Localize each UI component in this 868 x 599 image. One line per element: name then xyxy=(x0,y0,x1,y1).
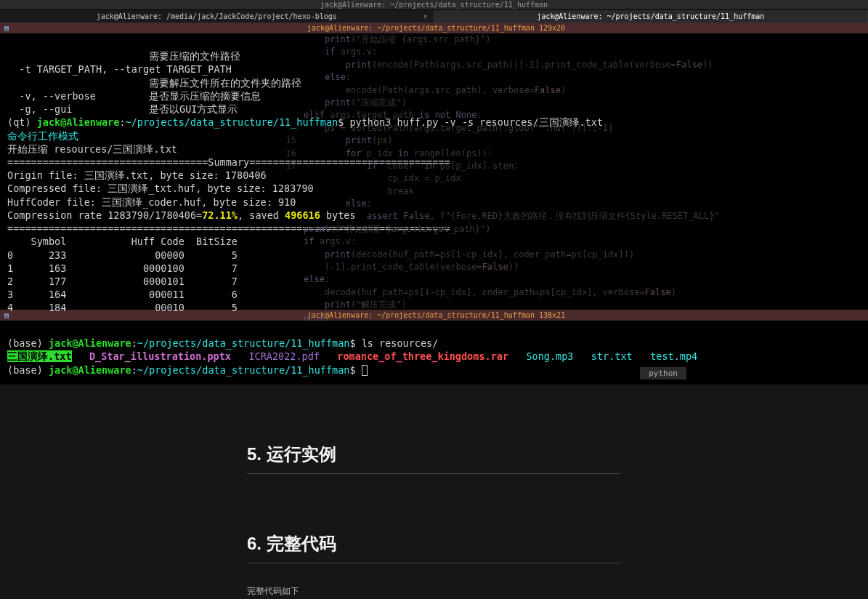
ls-file-7: test.mp4 xyxy=(650,350,697,362)
prompt-cmd: python3 huff.py -v -s resources/三国演绎.txt xyxy=(349,116,603,128)
output-origin: Origin file: 三国演绎.txt, byte size: 178040… xyxy=(7,169,267,181)
prompt-path: ~/projects/data_structure/11_huffman xyxy=(126,116,338,128)
tab-bar: jack@Alienware: /media/jack/JackCode/pro… xyxy=(0,10,868,23)
heading-5: 5. 运行实例 xyxy=(247,443,621,466)
output-rate-pre: Compression rate 1283790/1780406= xyxy=(7,209,202,221)
tab-1-close-icon[interactable]: × xyxy=(423,12,427,20)
help-line-5: -g, --gui 是否以GUI方式显示 xyxy=(7,103,238,115)
output-sep2: ========================================… xyxy=(7,222,450,234)
table-header: Symbol Huff Code BitSize xyxy=(7,236,238,247)
pane-label-top: ▤ jack@Alienware: ~/projects/data_struct… xyxy=(0,23,868,33)
tab-1[interactable]: jack@Alienware: /media/jack/JackCode/pro… xyxy=(0,10,434,23)
bprompt1-dollar: $ xyxy=(349,337,361,349)
ls-file-5: Song.mp3 xyxy=(526,350,573,362)
pane-split-icon: ▤ xyxy=(4,24,9,32)
bprompt1-env: (base) xyxy=(7,337,49,349)
hr-2 xyxy=(247,563,621,563)
heading-6: 6. 完整代码 xyxy=(247,532,621,555)
output-compressed: Compressed file: 三国演绎_txt.huf, byte size… xyxy=(7,182,314,194)
output-rate-suf: bytes xyxy=(320,209,356,221)
browser-content[interactable]: 5. 运行实例 6. 完整代码 完整代码如下 1import sys2impor… xyxy=(0,385,868,599)
output-mode: 命令行工作模式 xyxy=(7,130,78,142)
prompt-sep: : xyxy=(119,116,125,128)
ls-file-6: str.txt xyxy=(591,350,633,362)
output-huffcoder: HuffCoder file: 三国演绎_coder.huf, byte siz… xyxy=(7,196,296,208)
prompt-dollar: $ xyxy=(338,116,349,128)
prompt-env: (qt) xyxy=(7,116,37,128)
language-badge: python xyxy=(640,367,686,379)
ls-file-4: romance_of_three_kingdoms.rar xyxy=(337,350,508,362)
bprompt2-user: jack@Alienware xyxy=(49,364,131,376)
ls-file-1: 三国演绎.txt xyxy=(7,350,72,362)
output-sep1: ==================================Summar… xyxy=(7,156,450,168)
table-row-2: 2 177 0000101 7 xyxy=(7,276,238,287)
help-line-1: 需要压缩的文件路径 xyxy=(7,50,240,62)
ls-file-3: ICRA2022.pdf xyxy=(248,350,320,362)
prompt-user: jack@Alienware xyxy=(37,116,120,128)
cursor xyxy=(362,365,368,376)
table-row-3: 3 164 000011 6 xyxy=(7,289,238,300)
tab-2-label: jack@Alienware: ~/projects/data_structur… xyxy=(537,12,764,20)
bprompt2-dollar: $ xyxy=(349,364,361,376)
ls-file-2: D_Star_illustration.pptx xyxy=(89,350,231,362)
output-rate-mid: , saved xyxy=(238,209,285,221)
terminal-top[interactable]: 需要压缩的文件路径 -t TARGET_PATH, --target TARGE… xyxy=(0,33,868,310)
subtitle: 完整代码如下 xyxy=(247,585,621,598)
help-line-2: -t TARGET_PATH, --target TARGET_PATH xyxy=(7,63,232,75)
output-rate-saved: 496616 xyxy=(285,209,320,221)
terminal-bottom[interactable]: (base) jack@Alienware:~/projects/data_st… xyxy=(0,321,868,385)
tab-1-label: jack@Alienware: /media/jack/JackCode/pro… xyxy=(97,12,337,20)
help-line-4: -v, --verbose 是否显示压缩的摘要信息 xyxy=(7,90,261,102)
window-title: jack@Alienware: ~/projects/data_structur… xyxy=(0,0,868,10)
tab-2[interactable]: jack@Alienware: ~/projects/data_structur… xyxy=(434,10,869,23)
output-compress-start: 开始压缩 resources/三国演绎.txt xyxy=(7,143,177,155)
bprompt1-path: ~/projects/data_structure/11_huffman xyxy=(137,337,350,349)
bprompt1-cmd: ls resources/ xyxy=(362,337,439,349)
bprompt2-sep: : xyxy=(131,364,137,376)
output-rate-pct: 72.11% xyxy=(202,209,238,221)
bprompt2-path: ~/projects/data_structure/11_huffman xyxy=(137,364,350,376)
bprompt1-sep: : xyxy=(131,337,137,349)
bprompt1-user: jack@Alienware xyxy=(49,337,131,349)
table-row-0: 0 233 00000 5 xyxy=(7,249,238,261)
hr-1 xyxy=(247,473,621,474)
bprompt2-env: (base) xyxy=(7,364,49,376)
help-line-3: 需要解压文件所在的文件夹的路径 xyxy=(7,77,301,89)
table-row-4: 4 184 00010 5 xyxy=(7,302,238,313)
table-row-1: 1 163 0000100 7 xyxy=(7,262,238,274)
